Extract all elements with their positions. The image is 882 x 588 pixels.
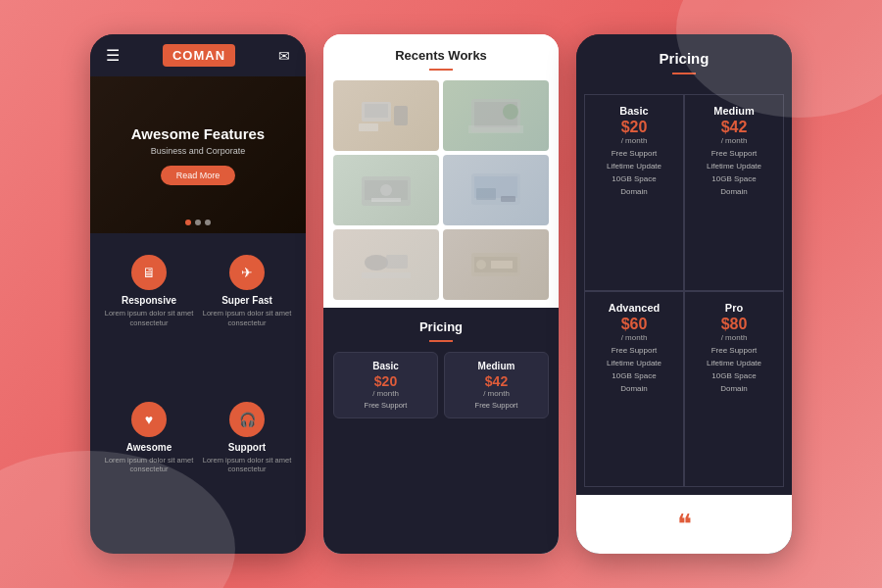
- feature-superfast: ✈ Super Fast Lorem ipsum dolor sit amet …: [198, 247, 296, 394]
- recents-title: Recents Works: [333, 48, 549, 63]
- plan-medium-f3: 10GB Space: [691, 174, 777, 183]
- plan-medium-f4: Domain: [691, 187, 777, 196]
- hero-overlay: Awesome Features Business and Corporate …: [90, 76, 306, 233]
- svg-point-16: [365, 255, 388, 270]
- hero-title: Awesome Features: [131, 125, 265, 142]
- plan-basic-f3: 10GB Space: [591, 174, 677, 183]
- plan-medium-period: / month: [691, 136, 777, 145]
- plan-advanced-f2: Lifetime Update: [591, 359, 677, 368]
- feature-responsive-desc: Lorem ipsum dolor sit amet consectetur: [104, 309, 194, 328]
- support-icon: 🎧: [229, 402, 265, 437]
- read-more-button[interactable]: Read More: [161, 166, 236, 185]
- plan-advanced-f1: Free Support: [591, 346, 677, 355]
- hamburger-icon[interactable]: ☰: [106, 46, 120, 65]
- plan-advanced[interactable]: Advanced $60 / month Free Support Lifeti…: [584, 291, 684, 488]
- svg-rect-22: [491, 261, 513, 269]
- svg-rect-1: [365, 104, 388, 118]
- right-divider: [672, 73, 696, 74]
- mini-plan-medium-name: Medium: [453, 361, 540, 371]
- recents-divider: [429, 69, 453, 71]
- plan-advanced-price: $60: [591, 316, 677, 333]
- hero-dots: [185, 220, 211, 225]
- work-content-6: [443, 229, 549, 300]
- mini-plan-basic-price: $20: [342, 373, 429, 389]
- plan-medium-price: $42: [691, 119, 777, 136]
- plan-pro[interactable]: Pro $80 / month Free Support Lifetime Up…: [684, 291, 784, 488]
- plan-pro-price: $80: [691, 316, 777, 333]
- mail-icon[interactable]: ✉: [278, 48, 290, 64]
- plan-basic-period: / month: [591, 136, 677, 145]
- hero-section: Awesome Features Business and Corporate …: [90, 76, 306, 233]
- recents-section: Recents Works: [323, 34, 559, 308]
- work-item-3[interactable]: [333, 155, 439, 225]
- work-item-6[interactable]: [443, 229, 549, 300]
- middle-card: Recents Works: [323, 34, 559, 554]
- responsive-icon: 🖥: [131, 255, 167, 290]
- phone-header: ☰ COMAN ✉: [90, 34, 306, 76]
- plan-advanced-period: / month: [591, 333, 677, 342]
- svg-rect-7: [468, 125, 523, 133]
- mini-plan-basic-feature1: Free Support: [342, 401, 429, 410]
- phone-card-1: ☰ COMAN ✉ Awesome Features Business and …: [90, 34, 306, 554]
- plan-basic-name: Basic: [591, 105, 677, 117]
- features-grid: 🖥 Responsive Lorem ipsum dolor sit amet …: [90, 233, 306, 554]
- svg-rect-3: [359, 123, 378, 131]
- dot-2[interactable]: [195, 220, 201, 225]
- plan-pro-f3: 10GB Space: [691, 371, 777, 380]
- right-card: Pricing Basic $20 / month Free Support L…: [576, 34, 792, 554]
- plan-medium-f1: Free Support: [691, 149, 777, 158]
- work-item-2[interactable]: [443, 80, 549, 151]
- plan-medium-f2: Lifetime Update: [691, 162, 777, 171]
- feature-support-desc: Lorem ipsum dolor sit amet consectetur: [202, 456, 292, 475]
- mini-pricing-title: Pricing: [333, 319, 549, 334]
- plan-pro-f2: Lifetime Update: [691, 359, 777, 368]
- plan-basic-f1: Free Support: [591, 149, 677, 158]
- works-grid: [333, 80, 549, 300]
- hero-subtitle: Business and Corporate: [151, 146, 246, 156]
- plan-medium-name: Medium: [691, 105, 777, 117]
- feature-superfast-name: Super Fast: [221, 295, 272, 306]
- plan-basic-f2: Lifetime Update: [591, 162, 677, 171]
- dot-3[interactable]: [205, 220, 211, 225]
- plan-pro-name: Pro: [691, 302, 777, 314]
- svg-rect-18: [362, 272, 411, 278]
- svg-rect-2: [394, 106, 408, 125]
- plan-advanced-name: Advanced: [591, 302, 677, 314]
- svg-point-10: [380, 184, 392, 196]
- quote-icon: ❝: [677, 511, 692, 538]
- svg-point-6: [503, 104, 518, 120]
- feature-superfast-desc: Lorem ipsum dolor sit amet consectetur: [202, 309, 292, 328]
- plan-pro-f1: Free Support: [691, 346, 777, 355]
- feature-responsive-name: Responsive: [122, 295, 176, 306]
- full-pricing-grid: Basic $20 / month Free Support Lifetime …: [576, 94, 792, 495]
- mini-pricing-divider: [429, 340, 453, 342]
- svg-rect-17: [386, 255, 408, 269]
- work-item-5[interactable]: [333, 229, 439, 300]
- right-header: Pricing: [576, 34, 792, 94]
- mini-plan-medium-period: / month: [453, 389, 540, 398]
- feature-awesome: ♥ Awesome Lorem ipsum dolor sit amet con…: [100, 394, 198, 541]
- mini-plan-basic: Basic $20 / month Free Support: [333, 352, 438, 418]
- superfast-icon: ✈: [229, 255, 265, 290]
- awesome-icon: ♥: [131, 402, 167, 437]
- svg-rect-15: [501, 196, 515, 202]
- mini-pricing-section: Pricing Basic $20 / month Free Support M…: [323, 308, 559, 554]
- feature-support-name: Support: [228, 442, 266, 453]
- mini-plan-medium: Medium $42 / month Free Support: [444, 352, 549, 418]
- plan-pro-period: / month: [691, 333, 777, 342]
- plan-advanced-f4: Domain: [591, 384, 677, 393]
- work-content-5: [333, 229, 439, 300]
- work-item-4[interactable]: [443, 155, 549, 225]
- right-pricing-title: Pricing: [586, 50, 782, 67]
- mini-plan-medium-price: $42: [453, 373, 540, 389]
- plan-medium[interactable]: Medium $42 / month Free Support Lifetime…: [684, 94, 784, 291]
- feature-responsive: 🖥 Responsive Lorem ipsum dolor sit amet …: [100, 247, 198, 394]
- work-content-2: [443, 80, 549, 151]
- plan-basic[interactable]: Basic $20 / month Free Support Lifetime …: [584, 94, 684, 291]
- work-item-1[interactable]: [333, 80, 439, 151]
- dot-1[interactable]: [185, 220, 191, 225]
- mini-plan-medium-feature1: Free Support: [453, 401, 540, 410]
- plan-advanced-f3: 10GB Space: [591, 371, 677, 380]
- work-content-4: [443, 155, 549, 225]
- feature-support: 🎧 Support Lorem ipsum dolor sit amet con…: [198, 394, 296, 541]
